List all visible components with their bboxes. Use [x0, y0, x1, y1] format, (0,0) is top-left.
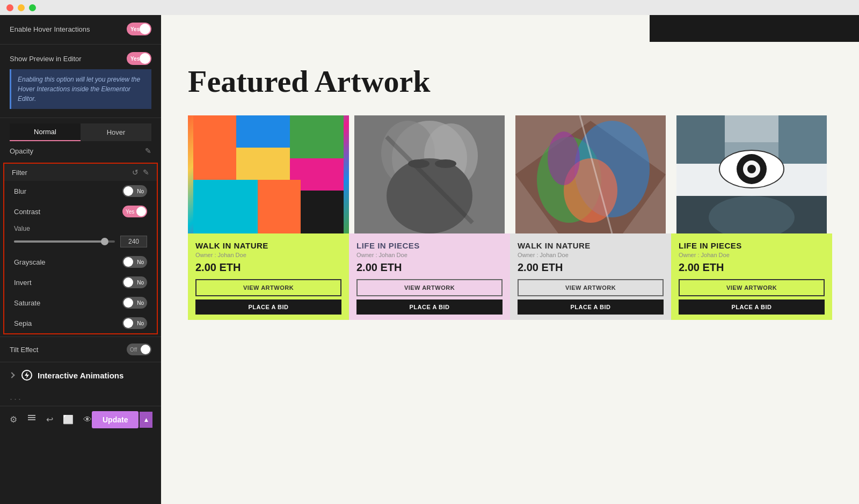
contrast-label: Contrast	[14, 208, 40, 216]
invert-row: Invert No	[4, 272, 157, 293]
preview-area: Featured Artwork	[161, 15, 859, 504]
svg-point-26	[548, 132, 580, 185]
place-bid-btn-1[interactable]: PLACE A BID	[195, 300, 341, 315]
show-preview-toggle[interactable]: Yes	[127, 52, 151, 65]
show-preview-row: Show Preview in Editor Yes	[10, 52, 151, 65]
view-artwork-btn-1[interactable]: VIEW ARTWORK	[195, 279, 341, 296]
close-button[interactable]	[6, 4, 13, 11]
svg-rect-5	[193, 115, 236, 180]
view-artwork-btn-3[interactable]: VIEW ARTWORK	[518, 279, 664, 296]
artwork-title-3: WALK IN NATURE	[518, 241, 664, 250]
tab-hover[interactable]: Hover	[81, 123, 151, 141]
interactive-icon	[21, 370, 32, 381]
enable-hover-section: Enable Hover Interactions Yes	[0, 15, 161, 45]
grayscale-label: Grayscale	[14, 258, 46, 266]
show-preview-value: Yes	[130, 56, 140, 62]
responsive-icon[interactable]: ⬜	[63, 414, 74, 425]
card-buttons-2: VIEW ARTWORK PLACE A BID	[356, 279, 503, 315]
slider-fill	[14, 240, 108, 243]
saturate-toggle[interactable]: No	[122, 297, 147, 309]
interactive-animations-section[interactable]: Interactive Animations	[0, 362, 161, 388]
sepia-toggle[interactable]: No	[122, 317, 147, 329]
tilt-toggle[interactable]: Off	[127, 344, 151, 355]
tilt-row: Tilt Effect Off	[0, 337, 161, 362]
info-box: Enabling this option will let you previe…	[10, 69, 151, 109]
card-info-1: WALK IN NATURE Owner : Johan Doe 2.00 ET…	[188, 233, 349, 320]
svg-rect-7	[236, 148, 290, 180]
artwork-image-2	[349, 115, 510, 233]
view-artwork-btn-4[interactable]: VIEW ARTWORK	[679, 279, 825, 296]
preview-icon[interactable]: 👁	[83, 415, 92, 425]
settings-icon[interactable]: ⚙	[10, 414, 17, 425]
grayscale-row: Grayscale No	[4, 252, 157, 272]
tab-normal[interactable]: Normal	[10, 123, 81, 141]
svg-rect-6	[236, 115, 290, 148]
sepia-knob	[123, 318, 133, 328]
card-info-3: WALK IN NATURE Owner : Johan Doe 2.00 ET…	[510, 233, 671, 320]
svg-point-17	[387, 158, 472, 233]
history-icon[interactable]: ↩	[46, 414, 53, 425]
svg-rect-1	[28, 417, 35, 418]
grayscale-value: No	[137, 259, 144, 265]
artwork-owner-3: Owner : Johan Doe	[518, 252, 664, 258]
card-buttons-4: VIEW ARTWORK PLACE A BID	[679, 279, 825, 315]
card-buttons-3: VIEW ARTWORK PLACE A BID	[518, 279, 664, 315]
place-bid-btn-3[interactable]: PLACE A BID	[518, 300, 664, 315]
svg-rect-3	[28, 415, 35, 416]
minimize-button[interactable]	[18, 4, 25, 11]
update-arrow-button[interactable]: ▲	[140, 412, 152, 428]
contrast-toggle[interactable]: Yes	[122, 206, 147, 217]
svg-rect-31	[778, 115, 827, 164]
blur-toggle[interactable]: No	[122, 185, 147, 197]
view-artwork-btn-2[interactable]: VIEW ARTWORK	[356, 279, 503, 296]
slider-value-input[interactable]: 240	[120, 236, 147, 247]
svg-rect-2	[28, 419, 35, 420]
artwork-grid: WALK IN NATURE Owner : Johan Doe 2.00 ET…	[188, 115, 832, 320]
artwork-image-1	[188, 115, 349, 233]
show-preview-label: Show Preview in Editor	[10, 55, 82, 63]
invert-toggle[interactable]: No	[122, 276, 147, 288]
layers-icon[interactable]	[27, 414, 37, 426]
invert-value: No	[137, 280, 144, 286]
grayscale-toggle[interactable]: No	[122, 256, 147, 268]
dots-row: ...	[0, 388, 161, 406]
slider-track[interactable]	[14, 240, 115, 243]
opacity-label: Opacity	[10, 147, 33, 155]
preview-content: Featured Artwork	[161, 42, 859, 341]
featured-title: Featured Artwork	[188, 63, 832, 99]
sepia-label: Sepia	[14, 319, 32, 327]
enable-hover-row: Enable Hover Interactions Yes	[10, 23, 151, 35]
place-bid-btn-4[interactable]: PLACE A BID	[679, 300, 825, 315]
artwork-svg-1	[188, 115, 349, 233]
place-bid-btn-2[interactable]: PLACE A BID	[356, 300, 503, 315]
artwork-owner-2: Owner : Johan Doe	[356, 252, 503, 258]
title-bar	[0, 0, 859, 15]
slider-thumb[interactable]	[101, 238, 108, 245]
svg-rect-30	[725, 115, 778, 142]
card-buttons-1: VIEW ARTWORK PLACE A BID	[195, 279, 341, 315]
card-info-4: LIFE IN PIECES Owner : Johan Doe 2.00 ET…	[671, 233, 832, 320]
filter-edit-icon[interactable]: ✎	[143, 168, 149, 177]
artwork-card-4: LIFE IN PIECES Owner : Johan Doe 2.00 ET…	[671, 115, 832, 320]
artwork-price-4: 2.00 ETH	[679, 261, 825, 274]
enable-hover-label: Enable Hover Interactions	[10, 25, 90, 33]
blur-label: Blur	[14, 187, 26, 195]
svg-marker-0	[25, 372, 29, 378]
svg-point-20	[435, 159, 456, 168]
preview-top-bar	[650, 15, 859, 42]
sepia-value: No	[137, 320, 144, 326]
saturate-value: No	[137, 300, 144, 306]
artwork-price-1: 2.00 ETH	[195, 261, 341, 274]
enable-hover-knob	[140, 24, 150, 34]
value-label: Value	[14, 225, 147, 232]
maximize-button[interactable]	[29, 4, 36, 11]
enable-hover-toggle[interactable]: Yes	[127, 23, 151, 35]
filter-reset-icon[interactable]: ↺	[132, 168, 139, 177]
dots: ...	[10, 391, 23, 402]
artwork-card-1: WALK IN NATURE Owner : Johan Doe 2.00 ET…	[188, 115, 349, 320]
update-button[interactable]: Update	[92, 411, 139, 428]
opacity-edit-icon[interactable]: ✎	[145, 147, 151, 155]
tilt-label: Tilt Effect	[10, 346, 38, 354]
lightning-icon	[23, 371, 31, 379]
artwork-title-2: LIFE IN PIECES	[356, 241, 503, 250]
